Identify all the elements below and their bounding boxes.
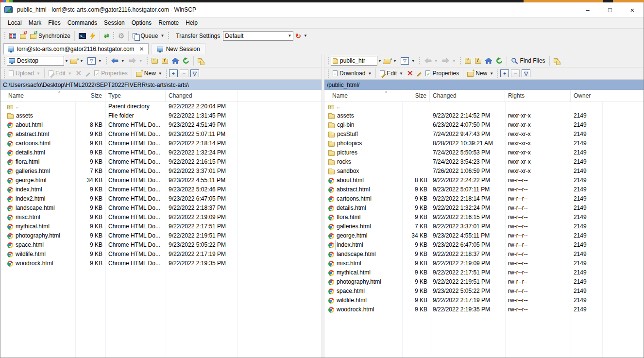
refresh-session-button[interactable]: ⇄ <box>102 30 111 42</box>
home-directory-button[interactable] <box>483 55 494 67</box>
edit-button[interactable]: Edit ▼ <box>47 68 74 79</box>
table-row[interactable]: assetsFile folder9/22/2022 1:31:45 PM <box>0 111 322 120</box>
rename-button[interactable] <box>415 68 424 79</box>
filter-button[interactable]: ▽▼ <box>399 55 417 67</box>
table-row[interactable]: flora.html9 KB9/22/2022 2:16:15 PMrw-r--… <box>324 213 644 222</box>
table-row[interactable]: abstract.html9 KBChrome HTML Do...9/23/2… <box>0 130 322 139</box>
column-header-changed[interactable]: Changed <box>430 90 505 102</box>
find-files-button[interactable]: Find Files <box>509 55 547 67</box>
menu-mark[interactable]: Mark <box>25 17 45 28</box>
forward-button[interactable]: ▼ <box>127 55 145 67</box>
select-filter-button[interactable]: ▽ <box>522 69 530 77</box>
table-row[interactable]: pictures7/24/2022 5:50:53 PMrwxr-xr-x214… <box>324 148 644 157</box>
table-row[interactable]: photography.html9 KBChrome HTML Do...9/2… <box>0 231 322 240</box>
copy-path-button[interactable] <box>196 55 204 67</box>
transfer-settings-combo[interactable]: Default ▼ <box>223 31 293 41</box>
queue-button[interactable]: Queue ▼ <box>131 30 166 42</box>
table-row[interactable]: about.html8 KB9/22/2022 2:24:22 PMrw-r--… <box>324 176 644 185</box>
table-row[interactable]: wildlife.html9 KB9/22/2022 2:17:19 PMrw-… <box>324 296 644 305</box>
table-row[interactable]: woodrock.html9 KBChrome HTML Do...9/22/2… <box>0 259 322 268</box>
upload-button[interactable]: ↑ Upload ▼ <box>7 68 42 79</box>
select-remove-button[interactable]: − <box>180 69 188 77</box>
table-row[interactable]: index.html9 KBChrome HTML Do...9/23/2022… <box>0 185 322 194</box>
compare-directories-button[interactable] <box>7 30 18 42</box>
table-row[interactable]: space.html9 KB9/23/2022 5:05:22 PMrw-r--… <box>324 287 644 296</box>
table-row[interactable]: rocks7/24/2022 3:54:23 PMrwxr-xr-x2149 <box>324 157 644 167</box>
select-remove-button[interactable]: − <box>511 69 520 77</box>
open-directory-button[interactable]: ▼ <box>382 55 399 67</box>
filter-button[interactable]: ▽▼ <box>85 55 104 67</box>
minimize-button[interactable]: – <box>576 2 599 17</box>
table-row[interactable]: about.html8 KBChrome HTML Do...9/23/2022… <box>0 120 322 130</box>
menu-local[interactable]: Local <box>4 17 25 28</box>
close-button[interactable]: × <box>621 2 644 17</box>
column-header-name[interactable]: Name <box>324 90 402 102</box>
rename-button[interactable] <box>84 68 92 79</box>
column-header-owner[interactable]: Owner <box>571 90 602 102</box>
table-row[interactable]: wildlife.html9 KBChrome HTML Do...9/22/2… <box>0 250 322 259</box>
menu-session[interactable]: Session <box>101 17 128 28</box>
remote-directory-combo[interactable]: public_htr <box>331 56 377 66</box>
table-row[interactable]: photopics8/28/2022 10:39:21 AMrwxr-xr-x2… <box>324 139 644 148</box>
new-button[interactable]: New ▼ <box>134 68 164 79</box>
select-add-button[interactable]: + <box>500 69 509 77</box>
preferences-button[interactable]: ⚙ <box>116 30 126 42</box>
remote-path-bar[interactable]: /public_html/ <box>324 79 644 90</box>
table-row[interactable]: space.html9 KBChrome HTML Do...9/23/2022… <box>0 240 322 250</box>
column-header-size[interactable]: Size <box>402 90 430 102</box>
table-row[interactable]: index2.html9 KBChrome HTML Do...9/23/202… <box>0 194 322 204</box>
table-row[interactable]: cartoons.html9 KBChrome HTML Do...9/22/2… <box>0 139 322 148</box>
synchronize-button[interactable]: Synchronize <box>28 30 72 42</box>
forward-button[interactable]: ▼ <box>440 55 458 67</box>
column-header-rights[interactable]: Rights <box>505 90 571 102</box>
column-header-name[interactable]: Name <box>0 90 75 102</box>
download-button[interactable]: ↓ Download ▼ <box>331 68 373 79</box>
table-row[interactable]: index.html9 KB9/23/2022 6:47:05 PMrw-r--… <box>324 240 644 250</box>
back-button[interactable]: ▼ <box>422 55 440 67</box>
table-row[interactable]: galleries.html7 KB9/22/2022 3:37:01 PMrw… <box>324 222 644 231</box>
table-row[interactable]: woodrock.html9 KB9/22/2022 2:19:35 PMrw-… <box>324 305 644 314</box>
table-row[interactable]: assets9/22/2022 2:14:52 PMrwxr-xr-x2149 <box>324 111 644 120</box>
local-path-bar[interactable]: C:\Users\sacfo\Desktop\HTML2022\SEPT2022… <box>0 79 322 90</box>
table-row[interactable]: mythical.html9 KB9/22/2022 2:17:51 PMrw-… <box>324 268 644 277</box>
parent-directory-button[interactable]: ↑ <box>463 55 473 67</box>
table-row[interactable]: landscape.html9 KBChrome HTML Do...9/22/… <box>0 204 322 213</box>
table-row[interactable]: george.html34 KB9/23/2022 4:55:11 PMrw-r… <box>324 231 644 240</box>
synchronize-browsing-button[interactable] <box>18 30 28 42</box>
refresh-button[interactable] <box>181 55 191 67</box>
table-row[interactable]: misc.html9 KB9/22/2022 2:19:09 PMrw-r--r… <box>324 259 644 268</box>
table-row[interactable]: .. <box>324 102 644 111</box>
table-row[interactable]: misc.html9 KBChrome HTML Do...9/22/2022 … <box>0 213 322 222</box>
column-header-changed[interactable]: Changed <box>166 90 237 102</box>
properties-button[interactable]: ✓ Properties <box>92 68 130 79</box>
table-row[interactable]: mythical.html9 KBChrome HTML Do...9/22/2… <box>0 222 322 231</box>
select-filter-button[interactable]: ▽ <box>190 69 199 77</box>
table-row[interactable]: details.html9 KB9/22/2022 1:32:24 PMrw-r… <box>324 204 644 213</box>
table-row[interactable]: pcsStuff7/24/2022 9:47:43 PMrwxr-xr-x214… <box>324 130 644 139</box>
select-add-button[interactable]: + <box>169 69 178 77</box>
edit-button[interactable]: Edit ▼ <box>378 68 405 79</box>
table-row[interactable]: cgi-bin6/23/2022 4:07:50 PMrwxr-xr-x2149 <box>324 120 644 130</box>
new-button[interactable]: New ▼ <box>465 68 495 79</box>
transfer-options-button[interactable]: ↻ ▼ <box>293 30 309 42</box>
open-terminal-button[interactable]: >_ <box>77 30 88 42</box>
table-row[interactable]: abstract.html9 KB9/23/2022 5:07:11 PMrw-… <box>324 185 644 194</box>
properties-button[interactable]: ✓ Properties <box>424 68 461 79</box>
menu-files[interactable]: Files <box>45 17 64 28</box>
menu-help[interactable]: Help <box>182 17 201 28</box>
parent-directory-button[interactable]: ↑ <box>150 55 160 67</box>
open-directory-button[interactable]: ▼ <box>68 55 85 67</box>
table-row[interactable]: galleries.html7 KBChrome HTML Do...9/22/… <box>0 167 322 176</box>
copy-path-button[interactable] <box>552 55 560 67</box>
run-command-button[interactable] <box>88 30 98 42</box>
close-tab-icon[interactable]: ✕ <box>139 46 144 52</box>
table-row[interactable]: flora.html9 KBChrome HTML Do...9/22/2022… <box>0 157 322 167</box>
table-row[interactable]: photography.html9 KB9/22/2022 2:19:51 PM… <box>324 277 644 287</box>
table-row[interactable]: cartoons.html9 KB9/22/2022 2:18:14 PMrw-… <box>324 194 644 204</box>
table-row[interactable]: ..Parent directory9/22/2022 2:20:04 PM <box>0 102 322 111</box>
session-tab[interactable]: lorri@stc-arts.com@gator2116.hostgator.c… <box>3 43 149 54</box>
refresh-button[interactable] <box>494 55 505 67</box>
delete-button[interactable]: ✕ <box>74 68 84 79</box>
menu-remote[interactable]: Remote <box>155 17 182 28</box>
table-row[interactable]: details.html9 KBChrome HTML Do...9/22/20… <box>0 148 322 157</box>
